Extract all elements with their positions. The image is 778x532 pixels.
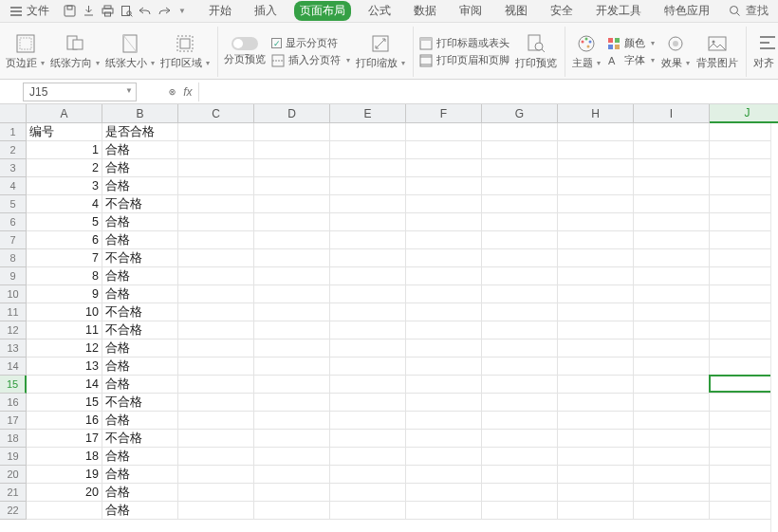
select-all-corner[interactable]	[0, 104, 27, 123]
cell[interactable]	[634, 213, 710, 231]
cell-grid[interactable]: 编号是否合格1合格2合格3合格4不合格5合格6合格7不合格8合格9合格10不合格…	[27, 123, 778, 520]
cell[interactable]	[710, 159, 778, 177]
row-header[interactable]: 9	[0, 267, 27, 285]
cell[interactable]	[482, 339, 558, 358]
cell[interactable]	[330, 321, 406, 339]
cell[interactable]	[406, 448, 482, 466]
cell[interactable]	[634, 123, 710, 141]
cell[interactable]	[406, 321, 482, 339]
cell[interactable]	[634, 412, 710, 430]
cell[interactable]	[710, 285, 778, 303]
name-box[interactable]: J15 ▼	[23, 83, 137, 101]
cell[interactable]: 合格	[102, 213, 178, 231]
cell[interactable]	[558, 141, 634, 159]
cell[interactable]: 不合格	[102, 430, 178, 448]
cell[interactable]	[634, 394, 710, 412]
cell[interactable]	[178, 321, 254, 339]
row-header[interactable]: 6	[0, 213, 27, 231]
cell[interactable]	[330, 430, 406, 448]
tab-review[interactable]: 审阅	[454, 1, 488, 21]
cell[interactable]	[710, 195, 778, 213]
cell[interactable]	[482, 213, 558, 231]
cell[interactable]	[710, 412, 778, 430]
row-header[interactable]: 19	[0, 448, 27, 466]
cell[interactable]	[710, 502, 778, 520]
cancel-icon[interactable]: ⊗	[169, 85, 176, 99]
cell[interactable]	[330, 267, 406, 285]
cell[interactable]: 4	[27, 195, 102, 213]
cell[interactable]	[482, 159, 558, 177]
cell[interactable]	[254, 177, 330, 195]
print-scaling-button[interactable]: 打印缩放▾	[356, 33, 405, 70]
cell[interactable]: 合格	[102, 448, 178, 466]
file-menu[interactable]: 文件	[6, 3, 53, 19]
print-icon[interactable]	[101, 5, 114, 18]
cell[interactable]	[710, 123, 778, 141]
cell[interactable]	[634, 430, 710, 448]
cell[interactable]	[254, 321, 330, 339]
cell[interactable]	[254, 394, 330, 412]
cell[interactable]	[558, 430, 634, 448]
cell[interactable]	[254, 249, 330, 267]
cell[interactable]	[634, 339, 710, 358]
cell[interactable]	[558, 195, 634, 213]
cell[interactable]	[330, 213, 406, 231]
cell[interactable]	[482, 249, 558, 267]
cell[interactable]: 11	[27, 321, 102, 339]
cell[interactable]	[406, 231, 482, 249]
cell[interactable]: 合格	[102, 285, 178, 303]
cell[interactable]	[254, 195, 330, 213]
column-header-B[interactable]: B	[102, 104, 178, 123]
cell[interactable]: 编号	[27, 123, 102, 141]
cell[interactable]	[178, 502, 254, 520]
cell[interactable]	[330, 466, 406, 484]
row-header[interactable]: 16	[0, 394, 27, 412]
row-header[interactable]: 21	[0, 484, 27, 502]
cell[interactable]	[27, 502, 102, 520]
formula-input[interactable]	[198, 83, 772, 101]
cell[interactable]	[330, 177, 406, 195]
cell[interactable]	[406, 430, 482, 448]
cell[interactable]	[558, 177, 634, 195]
cell[interactable]	[406, 267, 482, 285]
qat-dropdown-icon[interactable]: ▼	[178, 7, 186, 15]
cell[interactable]	[330, 484, 406, 502]
cell[interactable]	[482, 267, 558, 285]
cell[interactable]: 17	[27, 430, 102, 448]
cell[interactable]: 7	[27, 249, 102, 267]
page-break-preview-button[interactable]: 分页预览	[224, 37, 266, 66]
cell[interactable]	[330, 141, 406, 159]
cell[interactable]	[254, 484, 330, 502]
cell[interactable]	[482, 448, 558, 466]
cell[interactable]	[178, 430, 254, 448]
row-header[interactable]: 18	[0, 430, 27, 448]
cell[interactable]	[710, 213, 778, 231]
cell[interactable]	[710, 484, 778, 502]
cell[interactable]	[710, 141, 778, 159]
cell[interactable]	[634, 231, 710, 249]
cell[interactable]: 合格	[102, 339, 178, 358]
show-page-break-check[interactable]: ✓ 显示分页符	[271, 36, 350, 50]
cell[interactable]	[178, 339, 254, 358]
cell[interactable]	[178, 231, 254, 249]
size-button[interactable]: 纸张大小▾	[105, 33, 155, 70]
cell[interactable]: 16	[27, 412, 102, 430]
cell[interactable]	[406, 195, 482, 213]
cell[interactable]	[178, 285, 254, 303]
cell[interactable]	[482, 466, 558, 484]
cell[interactable]	[178, 358, 254, 376]
cell[interactable]	[558, 213, 634, 231]
row-header[interactable]: 4	[0, 177, 27, 195]
cell[interactable]: 不合格	[102, 321, 178, 339]
tab-view[interactable]: 视图	[499, 1, 533, 21]
cell[interactable]	[254, 159, 330, 177]
cell[interactable]: 1	[27, 141, 102, 159]
cell[interactable]	[178, 484, 254, 502]
cell[interactable]: 合格	[102, 141, 178, 159]
print-area-button[interactable]: 打印区域▾	[160, 33, 210, 70]
cell[interactable]	[330, 448, 406, 466]
tab-devtools[interactable]: 开发工具	[590, 1, 647, 21]
cell[interactable]	[254, 430, 330, 448]
cell[interactable]	[254, 123, 330, 141]
cell[interactable]: 15	[27, 394, 102, 412]
